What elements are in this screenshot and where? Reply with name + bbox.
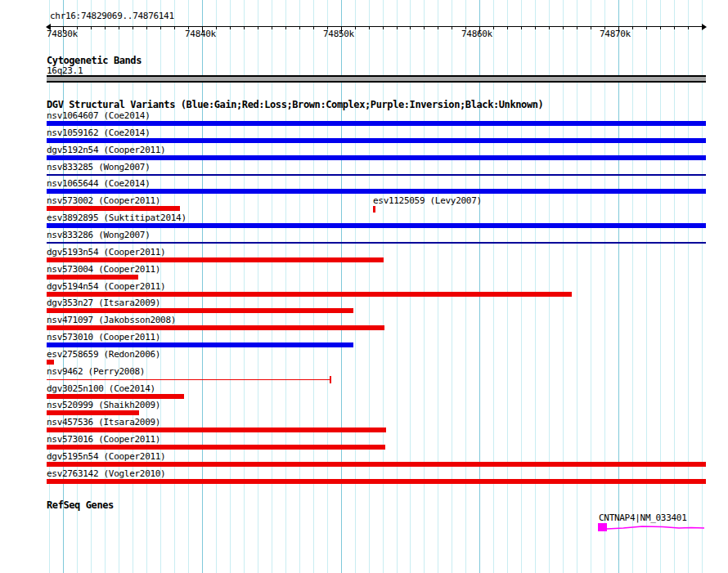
variant-bar[interactable] [47, 206, 180, 211]
variant-bar[interactable] [47, 342, 353, 347]
variant-label[interactable]: nsv573016 (Cooper2011) [47, 435, 160, 444]
ruler-tick-minor [438, 26, 438, 29]
ruler-label: 74850k [323, 29, 354, 38]
variant-bar[interactable] [47, 394, 184, 399]
ruler-tick-minor [119, 26, 119, 29]
ruler-tick-minor [452, 26, 452, 29]
grid-line-minor [660, 0, 661, 573]
variant-bar[interactable] [47, 325, 384, 330]
ruler-tick-minor [688, 26, 689, 29]
variant-label[interactable]: dgv5192n54 (Cooper2011) [47, 145, 165, 154]
variant-label[interactable]: nsv1059162 (Coe2014) [47, 128, 150, 137]
grid-line-major [341, 0, 342, 573]
grid-line-minor [299, 0, 300, 573]
variant-label[interactable]: esv2758659 (Redon2006) [47, 350, 160, 359]
grid-line-minor [258, 0, 258, 573]
ruler-label: 74830k [47, 29, 78, 38]
variant-label[interactable]: dgv5193n54 (Cooper2011) [47, 248, 165, 257]
ruler-tick-minor [397, 26, 398, 29]
variant-thin-line[interactable] [47, 174, 706, 176]
grid-line-minor [438, 0, 438, 573]
ruler-tick-minor [174, 26, 175, 29]
variant-bar[interactable] [47, 189, 706, 194]
variant-bar[interactable] [47, 275, 138, 280]
variant-label[interactable]: esv2763142 (Vogler2010) [47, 469, 165, 478]
ruler-label: 74860k [461, 29, 492, 38]
variant-bar[interactable] [47, 428, 386, 432]
grid-line-minor [188, 0, 189, 573]
variant-bar[interactable] [47, 462, 706, 467]
variant-bar[interactable] [47, 121, 706, 126]
variant-label[interactable]: nsv1064607 (Coe2014) [47, 111, 150, 120]
grid-line-major [202, 0, 203, 573]
variant-label[interactable]: dgv3025n100 (Coe2014) [47, 384, 155, 393]
variant-bar[interactable] [47, 410, 139, 415]
variant-label[interactable]: nsv1065644 (Coe2014) [47, 179, 150, 188]
region-title: chr16:74829069..74876141 [50, 11, 174, 20]
variant-label[interactable]: nsv457536 (Itsara2009) [47, 418, 160, 427]
grid-line-minor [355, 0, 356, 573]
grid-line-minor [285, 0, 286, 573]
ruler-tick-minor [230, 26, 231, 29]
variant-hair-line[interactable] [47, 379, 330, 380]
ruler-tick-minor [549, 26, 550, 29]
grid-line-minor [410, 0, 411, 573]
variant-bar[interactable] [47, 360, 54, 365]
genome-browser-view: chr16:74829069..74876141 74830k74840k748… [0, 0, 728, 573]
variant-label[interactable]: nsv573004 (Cooper2011) [47, 265, 160, 274]
variant-label[interactable]: esv1125059 (Levy2007) [373, 196, 482, 205]
grid-line-minor [424, 0, 425, 573]
grid-line-minor [397, 0, 398, 573]
grid-line-minor [702, 0, 703, 573]
grid-line-minor [577, 0, 577, 573]
ruler-tick-minor [244, 26, 245, 29]
grid-line-minor [327, 0, 328, 573]
grid-line-minor [674, 0, 675, 573]
ruler-tick-minor [591, 26, 591, 29]
grid-line-minor [507, 0, 508, 573]
variant-label[interactable]: nsv573010 (Cooper2011) [47, 333, 160, 342]
variant-bar[interactable] [47, 257, 384, 262]
grid-line-minor [230, 0, 231, 573]
grid-line-minor [688, 0, 689, 573]
variant-label[interactable]: dgv5195n54 (Cooper2011) [47, 452, 165, 461]
variant-bar[interactable] [47, 308, 353, 313]
grid-line-minor [369, 0, 370, 573]
grid-line-minor [632, 0, 633, 573]
grid-line-minor [272, 0, 272, 573]
variant-tick-bar[interactable] [373, 206, 375, 213]
ruler-tick-minor [563, 26, 564, 29]
cytogenetic-bands-title: Cytogenetic Bands [47, 56, 142, 65]
variant-label[interactable]: dgv5194n54 (Cooper2011) [47, 282, 165, 291]
grid-line-major [618, 0, 619, 573]
ruler-label: 74840k [185, 29, 216, 38]
variant-label[interactable]: nsv9462 (Perry2008) [47, 367, 145, 376]
grid-line-major [479, 0, 480, 573]
variant-bar[interactable] [47, 479, 706, 484]
variant-bar[interactable] [47, 445, 385, 450]
variant-label[interactable]: nsv471097 (Jakobsson2008) [47, 316, 176, 325]
variant-label[interactable]: esv3892895 (Suktitipat2014) [47, 213, 186, 222]
cytogenetic-band-bar[interactable] [47, 75, 706, 83]
ruler-tick-minor [91, 26, 92, 29]
variant-bar[interactable] [47, 292, 572, 297]
variant-bar[interactable] [47, 223, 706, 228]
grid-line-minor [244, 0, 245, 573]
variant-label[interactable]: nsv833286 (Wong2007) [47, 231, 150, 239]
grid-line-minor [549, 0, 550, 573]
variant-thin-line[interactable] [47, 242, 706, 244]
ruler-tick-minor [383, 26, 384, 29]
ruler-tick-minor [646, 26, 647, 29]
variant-label[interactable]: nsv573002 (Cooper2011) [47, 196, 160, 205]
variant-label[interactable]: nsv833285 (Wong2007) [47, 163, 150, 172]
variant-bar[interactable] [47, 155, 706, 160]
ruler-tick-minor [369, 26, 370, 29]
variant-bar[interactable] [47, 138, 706, 143]
ruler-tick-minor [577, 26, 577, 29]
ruler-tick-minor [133, 26, 133, 29]
variant-label[interactable]: dgv353n27 (Itsara2009) [47, 298, 160, 307]
grid-line-minor [521, 0, 522, 573]
ruler-tick-minor [507, 26, 508, 29]
ruler-tick-minor [521, 26, 522, 29]
variant-label[interactable]: nsv520999 (Shaikh2009) [47, 401, 160, 410]
